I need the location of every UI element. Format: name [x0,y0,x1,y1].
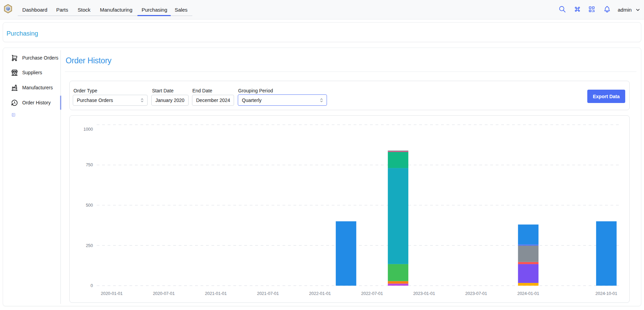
breadcrumb-purchasing[interactable]: Purchasing [6,30,38,37]
sidebar-item-label: Manufacturers [22,85,53,90]
sidebar-item-label: Purchase Orders [22,55,58,61]
sidebar-item-purchase-orders[interactable]: Purchase Orders [3,51,60,65]
grouping-period-value: Quarterly [242,98,262,103]
svg-text:2023-07-01: 2023-07-01 [465,291,487,296]
bar-segment[interactable] [388,264,408,281]
inventree-logo[interactable] [3,4,13,13]
filter-card: Order Type Purchase Orders Start Date Ja… [69,81,630,110]
svg-text:2020-01-01: 2020-01-01 [101,291,123,296]
bar-segment[interactable] [518,283,538,286]
bar-segment[interactable] [336,221,356,286]
svg-text:2024-10-01: 2024-10-01 [595,291,617,296]
bar-segment[interactable] [388,152,408,168]
order-history-chart: 025050075010002020-01-012020-07-012021-0… [69,115,630,303]
page-title: Order History [66,56,111,65]
sidebar-item-order-history[interactable]: Order History [3,96,60,110]
sidebar-item-label: Suppliers [22,70,42,75]
user-menu[interactable]: admin [618,7,632,13]
command-icon[interactable] [574,5,581,13]
building-store-icon [11,69,18,76]
export-data-button[interactable]: Export Data [587,90,625,103]
svg-text:2022-01-01: 2022-01-01 [309,291,331,296]
svg-text:2024-01-01: 2024-01-01 [517,291,539,296]
svg-text:2022-07-01: 2022-07-01 [361,291,383,296]
bar-segment[interactable] [388,168,408,264]
search-icon[interactable] [559,5,566,13]
bar-segment[interactable] [388,151,408,151]
active-tab-underline [137,15,171,16]
sidebar-item-suppliers[interactable]: Suppliers [3,66,60,80]
svg-text:0: 0 [91,283,93,288]
bar-segment[interactable] [388,284,408,286]
svg-text:500: 500 [86,203,93,208]
bar-segment[interactable] [518,262,538,264]
selector-icon [139,98,145,103]
title-divider [65,72,636,72]
svg-text:250: 250 [86,243,93,248]
grouping-period-label: Grouping Period [238,88,273,93]
order-type-label: Order Type [73,88,97,93]
bar-segment[interactable] [518,264,538,283]
tab-manufacturing[interactable]: Manufacturing [100,7,132,13]
order-type-select[interactable]: Purchase Orders [73,95,148,106]
tab-sales[interactable]: Sales [175,7,188,13]
bar-segment[interactable] [388,151,408,152]
building-factory-icon [11,84,18,91]
svg-text:750: 750 [86,163,93,167]
tab-purchasing[interactable]: Purchasing [141,7,167,13]
sidebar-item-manufacturers[interactable]: Manufacturers [3,81,60,95]
tab-stock[interactable]: Stock [78,7,91,13]
history-icon [11,99,18,106]
svg-text:2021-01-01: 2021-01-01 [205,291,227,296]
top-navbar: Dashboard Parts Stock Manufacturing Purc… [0,0,644,20]
bar-chart-svg: 025050075010002020-01-012020-07-012021-0… [70,116,629,302]
end-date-label: End Date [192,88,212,93]
start-date-input[interactable]: January 2020 [151,95,189,106]
order-type-value: Purchase Orders [77,98,113,103]
bar-segment[interactable] [596,221,617,286]
bar-segment[interactable] [388,281,408,284]
breadcrumb-panel: Purchasing [3,22,641,42]
bar-segment[interactable] [518,244,538,245]
tab-dashboard[interactable]: Dashboard [22,7,47,13]
qrcode-icon[interactable] [588,5,595,13]
sidebar-collapse-icon[interactable] [11,113,16,117]
selector-icon [319,98,324,103]
tab-parts[interactable]: Parts [56,7,68,13]
svg-text:1000: 1000 [83,127,93,132]
start-date-value: January 2020 [155,98,184,103]
svg-text:2021-07-01: 2021-07-01 [257,291,279,296]
svg-text:2020-07-01: 2020-07-01 [153,291,175,296]
bar-segment[interactable] [518,224,538,244]
chevron-down-icon[interactable] [635,7,641,13]
grouping-period-select[interactable]: Quarterly [238,94,327,106]
bar-segment[interactable] [518,246,538,262]
sidebar-item-label: Order History [22,100,51,105]
shopping-cart-icon [11,54,18,62]
main-panel: Purchase Orders Suppliers Manufacturers [3,48,641,306]
start-date-label: Start Date [152,88,174,93]
end-date-value: December 2024 [196,98,230,103]
end-date-input[interactable]: December 2024 [192,95,234,106]
sidebar-divider [60,50,61,304]
svg-text:2023-01-01: 2023-01-01 [413,291,435,296]
bell-icon[interactable] [603,5,611,13]
